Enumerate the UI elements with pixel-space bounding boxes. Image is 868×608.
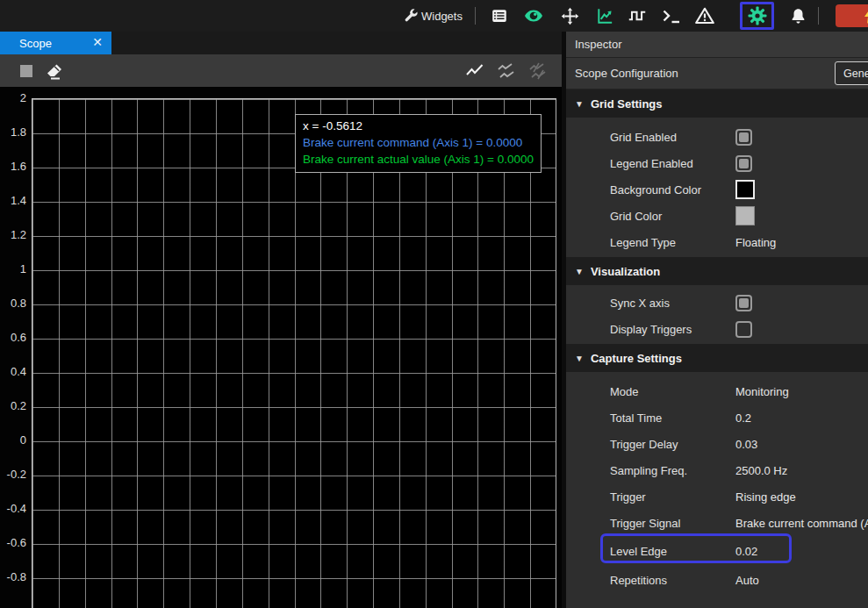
prop-row-repetitions: Repetitions Auto [566,567,868,593]
prop-row-sync-x: Sync X axis [566,290,868,316]
warning-icon[interactable] [694,5,715,26]
prop-row-level-edge: Level Edge 0.02 [566,536,868,567]
bell-icon[interactable] [787,5,808,26]
inspector-title: Inspector [566,32,868,58]
legend-enabled-checkbox[interactable] [735,155,752,172]
chevron-down-icon: ▼ [575,354,584,363]
prop-row-trigger-signal: Trigger Signal Brake current command (Ax… [566,510,868,536]
scope-toolbar: › [0,54,562,87]
scope-plot-region: 21.81.61.41.210.80.60.40.20-0.2-0.4-0.6-… [0,87,562,608]
prop-row-trigger: Trigger Rising edge [566,483,868,510]
scope-pane: Scope ✕ › [0,32,562,608]
y-axis-tick-label: 1.8 [0,125,26,139]
level-edge-value[interactable]: 0.02 [735,545,757,558]
close-icon[interactable]: ✕ [92,35,103,49]
list-icon[interactable] [489,5,510,26]
y-axis: 21.81.61.41.210.80.60.40.20-0.2-0.4-0.6-… [0,87,28,608]
y-axis-tick-label: 0.8 [0,297,26,311]
section-capture-settings[interactable]: ▼ Capture Settings [566,344,868,372]
toolbar-separator [818,7,819,25]
mode-value[interactable]: Monitoring [735,385,789,398]
chevron-down-icon: ▼ [575,99,584,109]
app-window: Widgets [0,0,868,608]
prop-row-legend-type: Legend Type Floating [566,229,868,255]
eye-icon[interactable] [523,5,544,26]
y-axis-tick-label: 0 [0,433,26,447]
display-triggers-checkbox[interactable] [735,321,752,338]
tooltip-actual-value: Brake current actual value (Axis 1) = 0.… [303,151,534,168]
prop-row-background-color: Background Color [566,176,868,203]
wrench-icon [400,5,421,26]
repetitions-value[interactable]: Auto [735,574,759,587]
gear-icon[interactable] [747,5,768,26]
trigger-delay-value[interactable]: 0.03 [735,438,757,451]
single-trace-icon[interactable] [464,61,485,82]
stop-icon[interactable] [16,61,37,82]
trigger-signal-value[interactable]: Brake current command (Axi [735,517,868,530]
section-grid-settings[interactable]: ▼ Grid Settings [566,89,868,118]
chart-icon[interactable] [594,5,615,26]
y-axis-tick-label: 1 [0,262,26,276]
main-toolbar: Widgets [0,0,868,32]
capture-settings-content: Mode Monitoring Total Time 0.2 Trigger D… [566,372,868,595]
y-axis-tick-label: 1.2 [0,228,26,242]
prop-row-total-time: Total Time 0.2 [566,404,868,431]
sampling-freq-value[interactable]: 2500.0 Hz [735,464,787,477]
y-axis-tick-label: 0.6 [0,331,26,345]
inspector-subtitle-row: Scope Configuration General [566,58,868,89]
tooltip-command-value: Brake current command (Axis 1) = 0.0000 [303,134,534,151]
inspector-subtitle: Scope Configuration [575,67,678,80]
prop-row-trigger-delay: Trigger Delay 0.03 [566,431,868,457]
y-axis-tick-label: 1.4 [0,194,26,208]
prop-row-legend-enabled: Legend Enabled [566,150,868,176]
toolbar-separator [475,7,476,25]
sync-x-axis-checkbox[interactable] [735,295,752,311]
prop-row-display-triggers: Display Triggers [566,316,868,342]
plot-tooltip: x = -0.5612 Brake current command (Axis … [295,114,542,173]
terminal-icon[interactable] [661,5,682,26]
general-button[interactable]: General [835,61,868,85]
inspector-panel: Inspector Scope Configuration General ▼ … [566,32,868,608]
tab-bar: Scope ✕ [0,32,562,54]
gear-selection-box [740,2,774,30]
section-visualization[interactable]: ▼ Visualization [566,257,868,285]
y-axis-tick-label: -0.8 [0,570,26,584]
y-axis-tick-label: 2 [0,91,26,105]
chevron-down-icon: ▼ [575,267,584,276]
move-icon[interactable] [559,5,580,26]
y-axis-tick-label: 1.6 [0,160,26,174]
tab-scope-label: Scope [19,37,52,50]
prop-row-grid-enabled: Grid Enabled [566,124,868,150]
y-axis-tick-label: -0.6 [0,536,26,550]
red-action-button-partial[interactable] [836,4,868,27]
prop-row-grid-color: Grid Color [566,203,868,229]
total-time-value[interactable]: 0.2 [735,411,751,425]
merged-trace-icon[interactable] [527,61,549,82]
background-color-swatch[interactable] [735,180,755,199]
visualization-content: Sync X axis Display Triggers [566,285,868,344]
y-axis-tick-label: -0.2 [0,468,26,482]
clipped-toolbar-icon[interactable]: › [0,65,5,75]
tab-scope[interactable]: Scope ✕ [0,32,111,54]
eraser-icon[interactable] [44,61,65,82]
y-axis-tick-label: 0.4 [0,365,26,379]
legend-type-value[interactable]: Floating [735,236,776,249]
y-axis-tick-label: -0.4 [0,502,26,516]
prop-row-sampling-freq: Sampling Freq. 2500.0 Hz [566,457,868,483]
tooltip-x-value: x = -0.5612 [303,118,534,134]
multi-trace-icon[interactable] [496,61,517,82]
trigger-value[interactable]: Rising edge [735,490,796,504]
grid-color-swatch[interactable] [735,206,755,225]
square-wave-icon[interactable] [627,5,648,26]
y-axis-tick-label: 0.2 [0,399,26,413]
grid-settings-content: Grid Enabled Legend Enabled Background C… [566,118,868,257]
grid-enabled-checkbox[interactable] [735,129,752,146]
prop-row-mode: Mode Monitoring [566,378,868,404]
plot-canvas[interactable]: x = -0.5612 Brake current command (Axis … [32,98,556,608]
widgets-label[interactable]: Widgets [421,0,463,32]
